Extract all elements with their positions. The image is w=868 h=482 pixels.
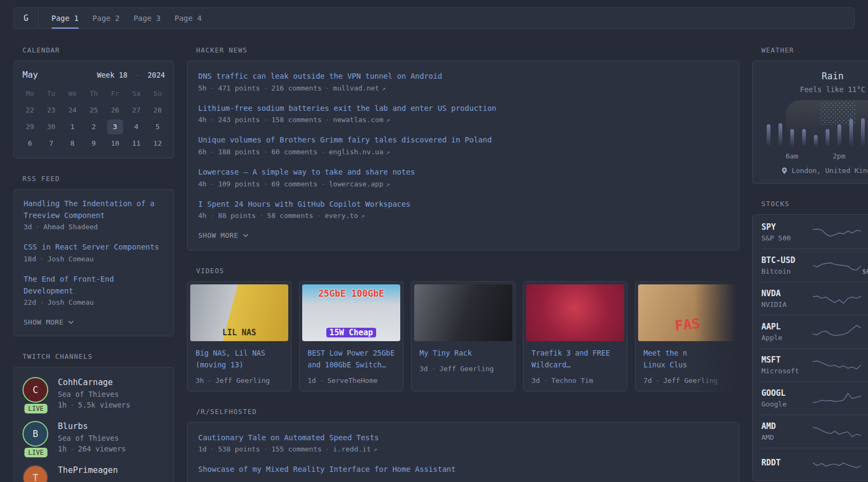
video-channel: Jeff Geerling xyxy=(663,376,718,385)
post-domain-link[interactable]: english.nv.ua xyxy=(329,148,384,156)
selfhosted-item-title-link[interactable]: Cautionary Tale on Automated Speed Tests xyxy=(198,432,728,444)
post-domain-link[interactable]: lowercase.app xyxy=(329,180,384,188)
stream-uptime: 1h xyxy=(58,445,66,453)
selfhosted-item-title-link[interactable]: Showcase of my Mixed Reality Interface f… xyxy=(198,464,728,476)
selfhosted-item: Cautionary Tale on Automated Speed Tests… xyxy=(198,432,728,454)
post-comments-link[interactable]: 216 comments xyxy=(271,84,321,92)
app-logo[interactable]: G xyxy=(14,8,39,28)
top-navigation: G Page 1Page 2Page 3Page 4 xyxy=(13,7,855,29)
video-title-link[interactable]: BEST Low Power 25GbE and 100GbE Switch… xyxy=(308,348,395,371)
stock-identity: RDDT xyxy=(761,458,813,470)
video-title-link[interactable]: Traefik 3 and FREE Wildcard… xyxy=(532,348,619,371)
rss-show-more-button[interactable]: SHOW MORE xyxy=(24,317,164,334)
rss-item-author: Josh Comeau xyxy=(48,298,94,306)
calendar-day: 5 xyxy=(147,118,168,135)
post-comments-link[interactable]: 58 comments xyxy=(267,212,313,220)
stock-row[interactable]: GOOGLGoogle+0.10%$166.78 xyxy=(761,381,868,415)
video-card[interactable]: Traefik 3 and FREE Wildcard…3d·Techno Ti… xyxy=(523,281,627,391)
post-points: 538 points xyxy=(218,445,260,453)
videos-carousel: LIL NASBig NAS, Lil NAS (moving 13)3h·Je… xyxy=(187,281,739,391)
thumbnail-overlay-text: 15W Cheap xyxy=(302,328,400,337)
post-domain-link[interactable]: newatlas.com xyxy=(333,116,384,124)
post-comments-link[interactable]: 155 comments xyxy=(271,445,321,453)
separator-dot: · xyxy=(317,212,321,220)
separator-dot: · xyxy=(40,299,43,306)
stock-row[interactable]: NVDANVIDIA+3.52%$888.40 xyxy=(761,282,868,315)
hackernews-item-title-link[interactable]: Unique volumes of Brothers Grimm fairy t… xyxy=(198,134,728,146)
post-domain-link[interactable]: mullvad.net xyxy=(333,84,379,92)
twitch-channel-list: CLIVECohhCarnageSea of Thieves1h·5.5k vi… xyxy=(23,377,165,482)
rss-section-title: RSS FEED xyxy=(13,175,174,183)
nav-tab-page-4[interactable]: Page 4 xyxy=(175,8,202,28)
nav-tab-label: Page 3 xyxy=(133,14,161,22)
video-meta: 3d·Techno Tim xyxy=(532,376,619,385)
hackernews-list: DNS traffic can leak outside the VPN tun… xyxy=(198,71,728,220)
video-card[interactable]: LIL NASBig NAS, Lil NAS (moving 13)3h·Je… xyxy=(187,281,291,391)
stock-change-percent: +2.94% xyxy=(861,421,868,431)
sparkline-chart xyxy=(813,389,861,408)
thumbnail-overlay-text: FAS xyxy=(674,315,701,334)
post-comments-link[interactable]: 60 comments xyxy=(271,148,317,156)
calendar-day-number: 11 xyxy=(132,139,141,147)
rss-item-title-link[interactable]: Handling The Indentation of a Treeview C… xyxy=(24,198,164,221)
calendar-day: 29 xyxy=(19,118,41,135)
calendar-day-number: 25 xyxy=(89,106,98,114)
hackernews-item-title-link[interactable]: Lowercase – A simple way to take and sha… xyxy=(198,167,728,178)
hackernews-item-title-link[interactable]: DNS traffic can leak outside the VPN tun… xyxy=(198,71,728,82)
twitch-channel-row[interactable]: BLIVEBlurbsSea of Thieves1h·264 viewers xyxy=(23,421,165,453)
rss-list: Handling The Indentation of a Treeview C… xyxy=(24,198,164,306)
stock-company-name: Google xyxy=(761,400,813,408)
post-domain-link[interactable]: i.redd.it xyxy=(333,445,371,453)
sparkline-chart xyxy=(813,423,861,441)
nav-tab-page-1[interactable]: Page 1 xyxy=(51,8,79,28)
separator-dot: · xyxy=(321,180,325,188)
rss-item-title-link[interactable]: CSS in React Server Components xyxy=(24,242,164,253)
calendar-day-number: 27 xyxy=(132,106,141,114)
stocks-list: SPYS&P 500+1.29%$511.57BTC-USDBitcoin+4.… xyxy=(761,216,868,479)
stock-row[interactable]: AAPLApple+6.87%$184.91 xyxy=(761,315,868,348)
video-card[interactable]: 25GbE 100GbE15W CheapBEST Low Power 25Gb… xyxy=(299,281,403,391)
video-thumbnail[interactable]: LIL NAS xyxy=(190,284,288,341)
video-card[interactable]: My Tiny Rack3d·Jeff Geerling xyxy=(411,281,515,391)
twitch-channel-row[interactable]: CLIVECohhCarnageSea of Thieves1h·5.5k vi… xyxy=(23,377,165,409)
stock-price: $511.57 xyxy=(861,234,868,242)
channel-name: ThePrimeagen xyxy=(58,465,118,475)
video-title-link[interactable]: Meet the n Linux Clus xyxy=(643,348,731,371)
video-thumbnail[interactable] xyxy=(414,284,512,341)
rss-item-age: 22d xyxy=(24,298,36,306)
video-thumbnail[interactable] xyxy=(526,284,624,341)
video-thumbnail[interactable]: FAS xyxy=(638,284,736,341)
post-domain-link[interactable]: every.to xyxy=(325,212,358,220)
calendar-day: 10 xyxy=(104,135,126,152)
stock-sparkline xyxy=(813,455,861,473)
video-meta: 3d·Jeff Geerling xyxy=(420,365,507,373)
stock-row[interactable]: SPYS&P 500+1.29%$511.57 xyxy=(761,216,868,248)
stock-row[interactable]: AMDAMD+2.94%$150.45 xyxy=(761,415,868,448)
calendar-day: 27 xyxy=(126,102,147,118)
nav-tab-page-3[interactable]: Page 3 xyxy=(133,8,161,28)
post-comments-link[interactable]: 69 comments xyxy=(271,180,317,188)
video-title-link[interactable]: My Tiny Rack xyxy=(420,348,507,359)
sparkline-chart xyxy=(813,356,861,374)
calendar-weekday-label: Tu xyxy=(41,85,62,102)
stock-row[interactable]: RDDT-1.65% xyxy=(761,448,868,479)
stock-row[interactable]: BTC-USDBitcoin+4.40%$61,725.48 xyxy=(761,248,868,282)
calendar-day-number: 12 xyxy=(153,139,162,147)
stock-row[interactable]: MSFTMicrosoft+2.16%$406.43 xyxy=(761,348,868,381)
stock-identity: AAPLApple xyxy=(761,322,813,342)
video-title-link[interactable]: Big NAS, Lil NAS (moving 13) xyxy=(196,348,283,371)
calendar-weekday-label: We xyxy=(62,85,83,102)
twitch-channel-row[interactable]: TThePrimeagen xyxy=(23,465,165,482)
hackernews-item-title-link[interactable]: I Spent 24 Hours with GitHub Copilot Wor… xyxy=(198,199,728,210)
separator-dot: · xyxy=(656,377,660,385)
stock-identity: AMDAMD xyxy=(761,421,813,441)
hackernews-item-title-link[interactable]: Lithium-free sodium batteries exit the l… xyxy=(198,103,728,115)
nav-tab-page-2[interactable]: Page 2 xyxy=(93,8,120,28)
rss-item-title-link[interactable]: The End of Front-End Development xyxy=(24,274,164,297)
video-card[interactable]: FASMeet the n Linux Clus7d·Jeff Geerling xyxy=(635,281,739,391)
video-thumbnail[interactable]: 25GbE 100GbE15W Cheap xyxy=(302,284,400,341)
hackernews-show-more-button[interactable]: SHOW MORE xyxy=(198,230,728,247)
separator-dot: · xyxy=(321,148,325,156)
separator-dot: · xyxy=(320,377,324,385)
post-comments-link[interactable]: 158 comments xyxy=(271,116,321,124)
